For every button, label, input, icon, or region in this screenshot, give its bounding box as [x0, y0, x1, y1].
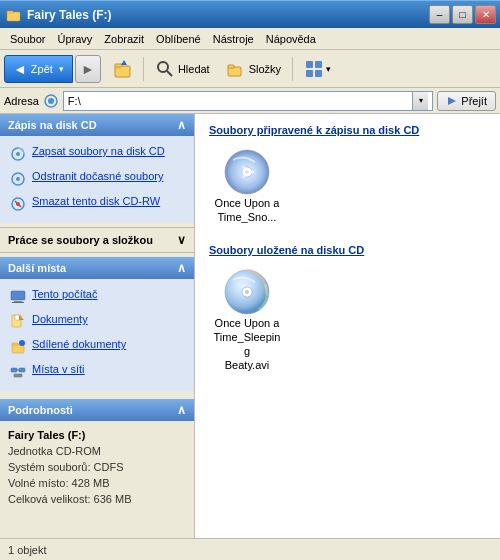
- sidebar-link-sdilene[interactable]: Sdílené dokumenty: [6, 335, 188, 358]
- svg-point-17: [16, 152, 20, 156]
- cd-stored-icon: [223, 268, 271, 316]
- main-content: Zápis na disk CD ∧ Zapsat soubory na dis…: [0, 114, 500, 538]
- svg-rect-9: [306, 61, 313, 68]
- network-icon: [10, 364, 26, 380]
- podrobnosti-subtitle: Jednotka CD-ROM: [8, 443, 186, 459]
- restore-button[interactable]: □: [452, 5, 473, 24]
- menu-upravy[interactable]: Úpravy: [51, 31, 98, 47]
- sidebar-header-dalsi-label: Další místa: [8, 262, 177, 274]
- menu-nastroje[interactable]: Nástroje: [207, 31, 260, 47]
- svg-rect-10: [315, 61, 322, 68]
- files-stored-grid: Once Upon a Time_Sleeping Beaty.avi: [209, 264, 486, 376]
- svg-rect-35: [14, 374, 22, 377]
- sidebar-link-mista[interactable]: Místa v síti: [6, 360, 188, 383]
- computer-icon: [10, 289, 26, 305]
- collapse-zapis-icon: ∧: [177, 118, 186, 132]
- section-stored-title: Soubory uložené na disku CD: [209, 244, 486, 256]
- sidebar-section-dalsi: Další místa ∧ Tento počítač: [0, 257, 194, 391]
- go-arrow-icon: [446, 95, 458, 107]
- section-pending-title: Soubory připravené k zápisu na disk CD: [209, 124, 486, 136]
- folders-button[interactable]: Složky: [219, 55, 288, 83]
- expand-prace-icon: ∨: [177, 233, 186, 247]
- toolbar: ◄ Zpět ▾ ► Hledat Složky: [0, 50, 500, 88]
- sidebar-link-odstranit-label: Odstranit dočasné soubory: [32, 170, 163, 182]
- close-button[interactable]: ✕: [475, 5, 496, 24]
- up-button[interactable]: [109, 55, 139, 83]
- sidebar-body-dalsi: Tento počítač Dokumenty: [0, 279, 194, 391]
- address-bar: Adresa ▾ Přejít: [0, 88, 500, 114]
- svg-rect-30: [12, 343, 18, 345]
- menu-oblibene[interactable]: Oblíbené: [150, 31, 207, 47]
- svg-rect-33: [19, 368, 25, 372]
- views-dropdown-icon: ▾: [326, 64, 331, 74]
- folders-label: Složky: [249, 63, 281, 75]
- sidebar-link-smazat-label: Smazat tento disk CD-RW: [32, 195, 160, 207]
- address-input[interactable]: [68, 95, 408, 107]
- sidebar-link-odstranit[interactable]: Odstranit dočasné soubory: [6, 167, 188, 190]
- sidebar-link-mista-label: Místa v síti: [32, 363, 85, 375]
- back-dropdown-icon: ▾: [59, 64, 64, 74]
- sidebar-link-dokumenty[interactable]: Dokumenty: [6, 310, 188, 333]
- sidebar-header-podrobnosti-label: Podrobnosti: [8, 404, 73, 416]
- menu-zobrazit[interactable]: Zobrazit: [98, 31, 150, 47]
- remove-temp-icon: [10, 171, 26, 187]
- svg-line-6: [167, 71, 172, 76]
- sidebar-header-dalsi[interactable]: Další místa ∧: [0, 257, 194, 279]
- go-button[interactable]: Přejít: [437, 91, 496, 111]
- svg-marker-28: [19, 315, 24, 320]
- svg-rect-1: [7, 11, 13, 13]
- sidebar-podrobnosti-body: Fairy Tales (F:) Jednotka CD-ROM Systém …: [8, 425, 186, 511]
- sidebar-section-zapis: Zápis na disk CD ∧ Zapsat soubory na dis…: [0, 114, 194, 223]
- svg-point-42: [245, 290, 249, 294]
- sidebar-header-zapis-label: Zápis na disk CD: [8, 119, 177, 131]
- sidebar-header-prace[interactable]: Práce se soubory a složkou ∨: [0, 228, 194, 252]
- forward-arrow-icon: ►: [81, 61, 95, 77]
- svg-rect-2: [115, 66, 130, 77]
- search-icon: [155, 59, 175, 79]
- collapse-dalsi-icon: ∧: [177, 261, 186, 275]
- svg-point-5: [158, 62, 168, 72]
- file-item-pending-0[interactable]: Once Upon a Time_Sno...: [209, 144, 285, 228]
- minimize-button[interactable]: –: [429, 5, 450, 24]
- documents-icon: [10, 314, 26, 330]
- svg-rect-25: [12, 302, 24, 303]
- podrobnosti-totalsize: Celková velikost: 636 MB: [8, 491, 186, 507]
- search-label: Hledat: [178, 63, 210, 75]
- file-pending-0-name: Once Upon a Time_Sno...: [215, 196, 280, 224]
- back-button[interactable]: ◄ Zpět ▾: [4, 55, 73, 83]
- file-area: Soubory připravené k zápisu na disk CD: [195, 114, 500, 538]
- search-button[interactable]: Hledat: [148, 55, 217, 83]
- sidebar-section-prace: Práce se soubory a složkou ∨: [0, 227, 194, 253]
- views-button[interactable]: ▾: [297, 55, 338, 83]
- sidebar-header-podrobnosti[interactable]: Podrobnosti ∧: [0, 399, 194, 421]
- svg-marker-15: [448, 97, 456, 105]
- svg-rect-32: [11, 368, 17, 372]
- svg-rect-11: [306, 70, 313, 77]
- sidebar-link-zapsat[interactable]: Zapsat soubory na disk CD: [6, 142, 188, 165]
- sidebar-body-zapis: Zapsat soubory na disk CD Odstranit doča…: [0, 136, 194, 223]
- file-stored-0-name: Once Upon a Time_Sleeping Beaty.avi: [213, 316, 281, 372]
- podrobnosti-filesystem: Systém souborů: CDFS: [8, 459, 186, 475]
- sidebar: Zápis na disk CD ∧ Zapsat soubory na dis…: [0, 114, 195, 538]
- sidebar-header-zapis[interactable]: Zápis na disk CD ∧: [0, 114, 194, 136]
- address-icon: [43, 93, 59, 109]
- sidebar-link-tento-pocitac-label: Tento počítač: [32, 288, 97, 300]
- file-item-stored-0[interactable]: Once Upon a Time_Sleeping Beaty.avi: [209, 264, 285, 376]
- back-arrow-icon: ◄: [13, 61, 27, 77]
- menu-soubor[interactable]: Soubor: [4, 31, 51, 47]
- svg-rect-12: [315, 70, 322, 77]
- forward-button[interactable]: ►: [75, 55, 101, 83]
- back-label: Zpět: [31, 63, 53, 75]
- cd-pending-icon: [223, 148, 271, 196]
- podrobnosti-freespace: Volné místo: 428 MB: [8, 475, 186, 491]
- title-controls: – □ ✕: [429, 5, 496, 24]
- svg-rect-23: [11, 291, 25, 300]
- svg-rect-8: [228, 65, 234, 68]
- sidebar-link-smazat[interactable]: Smazat tento disk CD-RW: [6, 192, 188, 215]
- svg-line-22: [15, 201, 21, 207]
- sidebar-link-tento-pocitac[interactable]: Tento počítač: [6, 285, 188, 308]
- svg-point-14: [48, 98, 54, 104]
- menu-napoveda[interactable]: Nápověda: [260, 31, 322, 47]
- address-dropdown-button[interactable]: ▾: [412, 92, 428, 110]
- address-input-container: ▾: [63, 91, 433, 111]
